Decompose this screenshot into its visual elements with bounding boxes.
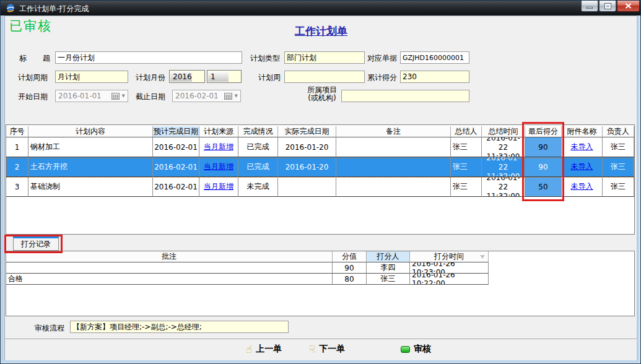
table-cell: 合格 — [6, 274, 333, 285]
table-cell: 2016-01-20 — [278, 137, 336, 157]
end-date-value: 2016-02-01 — [175, 92, 224, 100]
column-header[interactable]: 完成情况 — [238, 126, 278, 137]
audit-icon — [401, 346, 410, 353]
column-header[interactable]: 负责人 — [603, 126, 634, 137]
table-cell — [336, 137, 451, 157]
title-label: 标 题 — [19, 53, 50, 64]
table-cell: 当月新增 — [199, 177, 238, 197]
tab-label: 打分记录 — [21, 239, 51, 249]
title-field[interactable] — [55, 51, 242, 64]
table-cell: 未完成 — [238, 177, 278, 197]
audit-button-label: 审核 — [414, 344, 431, 355]
column-header[interactable]: 计划内容 — [28, 126, 153, 137]
table-cell: 未导入 — [562, 177, 603, 197]
table-cell: 张三 — [367, 274, 410, 285]
total-score-field[interactable] — [400, 71, 469, 83]
final-score-cell: 50 — [525, 177, 562, 197]
audit-button[interactable]: 审核 — [401, 342, 431, 357]
app-window: 工作计划单-打分完成 已审核 工作计划单 标 题 计划类型 对应单据 计划周期 … — [0, 0, 641, 364]
column-header[interactable]: 序号 — [6, 126, 28, 137]
total-score-label: 累计得分 — [367, 72, 398, 83]
table-cell: 张三 — [603, 157, 634, 177]
table-cell: 钢材加工 — [28, 137, 153, 157]
year-value: 2016 — [170, 71, 192, 82]
table-cell: 2016-01-22 11:32:00 — [482, 137, 525, 157]
prev-button[interactable]: ☝ 上一单 — [246, 342, 282, 357]
maximize-icon — [605, 4, 611, 9]
column-header[interactable]: 总结时间 — [482, 126, 525, 137]
column-header[interactable]: 最后得分 — [525, 126, 562, 137]
table-cell: 2016-01-22 11:32:00 — [482, 177, 525, 197]
dropdown-arrow-icon: ▼ — [122, 93, 125, 98]
table-cell — [278, 177, 336, 197]
hand-down-icon: ☟ — [309, 344, 315, 355]
flow-field[interactable] — [70, 321, 289, 333]
attachment-link[interactable]: 未导入 — [571, 142, 593, 152]
window-border-bottom — [1, 360, 640, 363]
close-icon — [625, 3, 632, 9]
plan-type-field[interactable] — [284, 51, 365, 64]
month-value: 1 — [208, 71, 229, 82]
column-header[interactable]: 预计完成日期 — [153, 126, 199, 137]
end-date-label: 截止日期 — [136, 92, 167, 102]
table-cell: 张三 — [603, 137, 634, 157]
table-cell: 未导入 — [562, 157, 603, 177]
calendar-icon — [111, 92, 120, 100]
table-cell — [6, 262, 333, 274]
close-button[interactable] — [617, 1, 640, 12]
week-field[interactable] — [284, 71, 365, 83]
table-cell: 2016-02-01 — [153, 177, 199, 197]
end-date-picker[interactable]: 2016-02-01 ▼ — [172, 90, 241, 102]
table-cell: 2016-01-22 11:32:00 — [482, 157, 525, 177]
table-cell: 未导入 — [562, 137, 603, 157]
flow-label: 审核流程 — [35, 323, 66, 334]
project-field[interactable] — [341, 90, 469, 102]
year-spinner[interactable]: 2016 — [169, 70, 205, 83]
table-cell: 基础浇制 — [28, 177, 153, 197]
column-header[interactable]: 分值 — [333, 251, 367, 262]
window-title: 工作计划单-打分完成 — [19, 4, 89, 14]
hand-up-icon: ☝ — [246, 344, 252, 355]
minimize-icon — [586, 7, 593, 9]
month-spinner[interactable]: 1 — [207, 70, 242, 83]
attachment-link[interactable]: 未导入 — [571, 162, 593, 172]
column-header[interactable]: 打分人 — [367, 251, 410, 262]
tab-score-records[interactable]: 打分记录 — [13, 236, 59, 251]
column-header[interactable]: 总结人 — [451, 126, 482, 137]
minimize-button[interactable] — [581, 1, 598, 12]
column-header[interactable]: 实际完成日期 — [278, 126, 336, 137]
table-cell: 张三 — [603, 177, 634, 197]
sort-descending-icon — [480, 255, 485, 259]
table-cell: 1 — [6, 137, 28, 157]
table-cell: 张三 — [451, 177, 482, 197]
table-cell: 已完成 — [238, 157, 278, 177]
score-table: 批注 分值 打分人 打分时间 90 李四 2016-01-26 10:23:00… — [6, 251, 489, 285]
table-cell: 2 — [6, 157, 28, 177]
column-header[interactable]: 打分时间 — [410, 251, 489, 262]
prev-button-label: 上一单 — [256, 344, 282, 355]
next-button[interactable]: ☟ 下一单 — [309, 342, 345, 357]
table-cell: 2016-01-26 10:23:00 — [410, 262, 489, 274]
source-link[interactable]: 当月新增 — [204, 142, 233, 152]
table-cell: 80 — [333, 274, 367, 285]
column-header[interactable]: 附件名称 — [562, 126, 603, 137]
final-score-cell: 90 — [525, 137, 562, 157]
attachment-link[interactable]: 未导入 — [571, 181, 593, 192]
column-header[interactable]: 批注 — [6, 251, 333, 262]
calendar-icon — [224, 92, 232, 100]
table-cell: 90 — [333, 262, 367, 274]
source-link[interactable]: 当月新增 — [204, 181, 233, 192]
table-cell — [336, 177, 451, 197]
table-cell: 当月新增 — [199, 157, 238, 177]
dropdown-arrow-icon: ▼ — [235, 93, 238, 98]
column-header[interactable]: 备注 — [336, 126, 451, 137]
doc-no-field[interactable] — [400, 51, 469, 64]
plan-table: 序号 计划内容 预计完成日期 计划来源 完成情况 实际完成日期 备注 总结人 总… — [6, 126, 634, 197]
column-header[interactable]: 计划来源 — [199, 126, 238, 137]
maximize-button[interactable] — [599, 1, 616, 12]
table-cell: 2016-01-20 — [278, 157, 336, 177]
start-date-label: 开始日期 — [18, 92, 49, 102]
start-date-picker[interactable]: 2016-01-01 ▼ — [55, 90, 128, 102]
source-link[interactable]: 当月新增 — [204, 162, 233, 172]
cycle-field[interactable] — [55, 71, 128, 83]
